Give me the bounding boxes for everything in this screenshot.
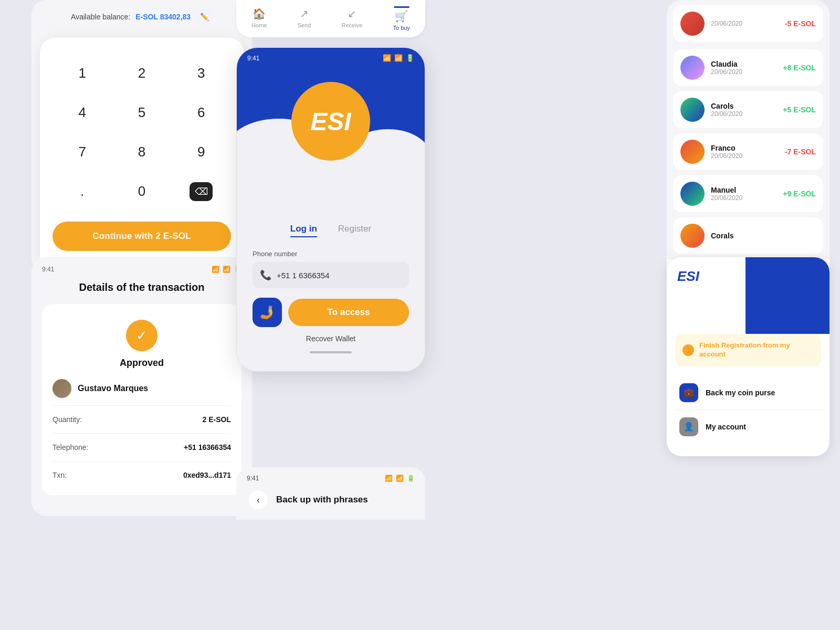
txn-field-telephone: Telephone: +51 16366354 <box>52 438 231 457</box>
coin-logo: ESI <box>310 107 351 136</box>
face-id-icon: 🤳 <box>259 305 275 320</box>
avatar-top <box>680 12 705 36</box>
login-phone-panel: 9:41 📶 📶 🔋 ESI Log in Register Phone num… <box>236 47 425 372</box>
keypad-grid: 1 2 3 4 5 6 7 8 9 . 0 ⌫ <box>52 54 231 211</box>
signal-icon: 📶 <box>212 266 219 273</box>
tl-info-corals: Corals <box>711 232 816 240</box>
center-top-panel: 🏠 Home ↗ Send ↙ Receive 🛒 To buy <box>236 0 425 37</box>
key-6[interactable]: 6 <box>172 93 231 132</box>
home-icon: 🏠 <box>253 7 266 20</box>
txn-quantity-value: 2 E-SOL <box>203 415 231 424</box>
txn-avatar <box>52 379 71 398</box>
tl-amount-top: -5 E-SOL <box>785 19 816 28</box>
app-nav-bar: 🏠 Home ↗ Send ↙ Receive 🛒 To buy <box>236 0 425 37</box>
approved-label: Approved <box>52 358 231 369</box>
txn-status-bar: 9:41 📶 📶 🔋 <box>32 257 252 276</box>
phone-input-row: 📞 +51 1 6366354 <box>253 262 409 288</box>
finish-registration-banner[interactable]: Finish Registration from my account <box>675 334 821 366</box>
nav-active-indicator <box>394 6 410 8</box>
avatar-corals <box>680 224 705 248</box>
list-item-manuel[interactable]: Manuel 20/06/2020 +9 E-SOL <box>673 175 823 212</box>
transaction-detail-panel: 9:41 📶 📶 🔋 Details of the transaction ✓ … <box>32 257 252 516</box>
txn-person-name: Gustavo Marques <box>78 384 148 393</box>
key-delete-button[interactable]: ⌫ <box>190 182 213 201</box>
nav-home-label: Home <box>251 22 267 28</box>
list-item-top[interactable]: 20/06/2020 -5 E-SOL <box>673 5 823 42</box>
keypad-panel: Available balance: E-SOL 83402,83 ✏️ 1 2… <box>32 0 252 273</box>
bc-status-bar: 9:41 📶 📶 🔋 <box>236 467 425 485</box>
menu-item-back-coin-purse[interactable]: 💼 Back my coin purse <box>675 376 821 410</box>
finish-registration-text: Finish Registration from my account <box>699 341 814 359</box>
access-button[interactable]: To access <box>288 299 409 326</box>
continue-button[interactable]: Continue with 2 E-SOL <box>52 222 231 251</box>
receive-icon: ↙ <box>348 7 356 20</box>
bc-back-button[interactable]: ‹ <box>249 490 268 509</box>
key-7[interactable]: 7 <box>52 132 112 172</box>
tl-date-carols: 20/06/2020 <box>711 110 776 118</box>
menu-item-label-account: My account <box>706 423 746 431</box>
tl-info-franco: Franco 20/06/2020 <box>711 144 779 160</box>
tl-name-carols: Carols <box>711 102 776 110</box>
nav-receive[interactable]: ↙ Receive <box>342 7 363 31</box>
balance-value: E-SOL 83402,83 <box>135 13 191 21</box>
phone-time: 9:41 <box>247 55 259 62</box>
recover-wallet-link[interactable]: Recover Wallet <box>253 334 409 343</box>
tl-name-claudia: Claudia <box>711 60 776 68</box>
avatar-claudia <box>680 56 705 80</box>
login-area: Log in Register Phone number 📞 +51 1 636… <box>237 213 425 371</box>
menu-logo: ЕSI <box>677 268 699 285</box>
txn-title: Details of the transaction <box>42 281 242 293</box>
tl-name-franco: Franco <box>711 144 779 152</box>
nav-home[interactable]: 🏠 Home <box>251 7 267 31</box>
key-1[interactable]: 1 <box>52 54 112 93</box>
tl-amount-franco: -7 E-SOL <box>785 148 816 156</box>
txn-field-txn: Txn: 0xed93...d171 <box>52 466 231 485</box>
list-item-corals[interactable]: Corals <box>673 217 823 254</box>
key-4[interactable]: 4 <box>52 93 112 132</box>
nav-send[interactable]: ↗ Send <box>298 7 311 31</box>
key-8[interactable]: 8 <box>112 132 171 172</box>
list-item-carols[interactable]: Carols 20/06/2020 +5 E-SOL <box>673 91 823 128</box>
key-dot[interactable]: . <box>52 172 112 211</box>
key-5[interactable]: 5 <box>112 93 171 132</box>
txn-divider-2 <box>52 433 231 434</box>
face-id-button[interactable]: 🤳 <box>253 298 282 327</box>
key-9[interactable]: 9 <box>172 132 231 172</box>
account-icon: 👤 <box>679 417 698 436</box>
list-item-franco[interactable]: Franco 20/06/2020 -7 E-SOL <box>673 133 823 170</box>
tl-info-manuel: Manuel 20/06/2020 <box>711 186 776 202</box>
approved-icon: ✓ <box>126 320 158 351</box>
phone-input-value[interactable]: +51 1 6366354 <box>277 271 402 280</box>
bc-status-icons: 📶 📶 🔋 <box>385 475 415 482</box>
phone-icon: 📞 <box>260 269 271 281</box>
txn-field-quantity: Quantity: 2 E-SOL <box>52 410 231 429</box>
key-0[interactable]: 0 <box>112 172 171 211</box>
login-buttons: 🤳 To access <box>253 298 409 327</box>
hero-coin: ESI <box>291 82 370 161</box>
tl-date-claudia: 20/06/2020 <box>711 68 776 76</box>
txn-list-inner: Claudia 20/06/2020 +8 E-SOL Carols 20/06… <box>667 49 830 254</box>
login-tabs: Log in Register <box>253 213 409 250</box>
tab-login[interactable]: Log in <box>290 224 317 237</box>
nav-tobuy[interactable]: 🛒 To buy <box>393 7 410 31</box>
coin-purse-icon: 💼 <box>679 383 698 402</box>
tl-info-carols: Carols 20/06/2020 <box>711 102 776 118</box>
menu-item-my-account[interactable]: 👤 My account <box>675 410 821 444</box>
menu-item-label-coin-purse: Back my coin purse <box>706 388 775 397</box>
tab-register[interactable]: Register <box>338 224 371 237</box>
finish-dot-icon <box>682 344 694 356</box>
tl-date-manuel: 20/06/2020 <box>711 194 776 202</box>
tl-info-claudia: Claudia 20/06/2020 <box>711 60 776 76</box>
bc-battery-icon: 🔋 <box>407 475 415 482</box>
tl-amount-claudia: +8 E-SOL <box>783 64 816 72</box>
key-3[interactable]: 3 <box>172 54 231 93</box>
bc-title: Back up with phrases <box>276 495 368 505</box>
phone-status-bar: 9:41 📶 📶 🔋 <box>237 48 425 66</box>
txn-person-row: Gustavo Marques <box>52 379 231 398</box>
list-item-claudia[interactable]: Claudia 20/06/2020 +8 E-SOL <box>673 49 823 86</box>
txn-txn-label: Txn: <box>52 471 67 479</box>
txn-telephone-label: Telephone: <box>52 443 89 452</box>
key-2[interactable]: 2 <box>112 54 171 93</box>
tl-name-corals: Corals <box>711 232 816 240</box>
edit-balance-button[interactable]: ✏️ <box>196 8 213 25</box>
